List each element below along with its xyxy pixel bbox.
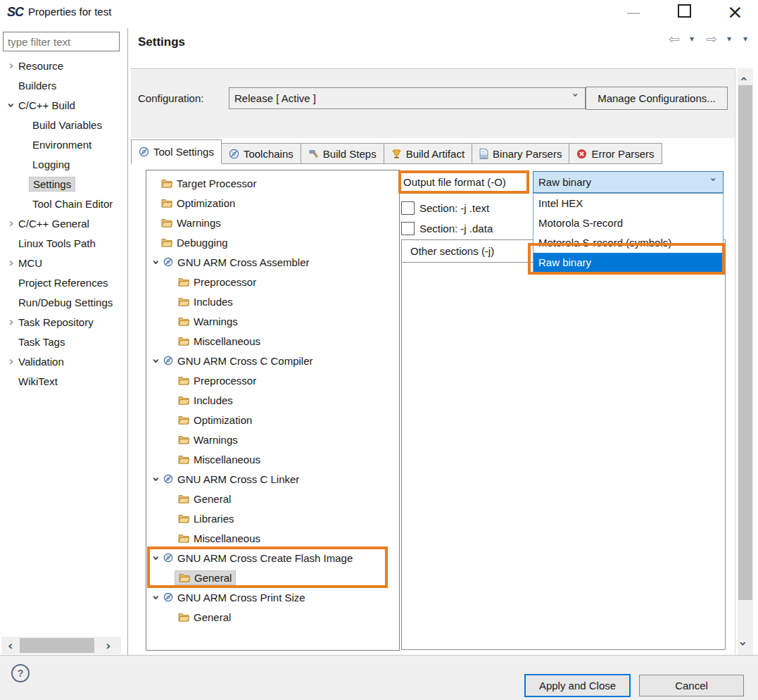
chevron-down-icon[interactable]: › (4, 99, 18, 111)
sidebar-item-logging[interactable]: Logging (0, 154, 127, 174)
configuration-select[interactable]: Release [ Active ] › (229, 87, 586, 109)
tree-item[interactable]: General (146, 489, 399, 508)
tree-item[interactable]: Target Processor (146, 173, 399, 193)
tree-item[interactable]: Miscellaneous (146, 449, 399, 469)
tree-item[interactable]: Libraries (146, 508, 399, 528)
tree-item[interactable]: Miscellaneous (146, 528, 399, 548)
sidebar-item-wikitext[interactable]: WikiText (0, 371, 127, 391)
dropdown-option-motorola-srecord[interactable]: Motorola S-record (533, 213, 723, 233)
sidebar-item-cpp-build[interactable]: › C/C++ Build (0, 95, 127, 115)
folder-icon (178, 396, 189, 405)
highlight-box-tree (147, 546, 388, 588)
forward-icon[interactable]: ⇨ (706, 31, 717, 46)
chevron-right-icon[interactable]: › (4, 257, 18, 269)
chevron-down-icon[interactable]: › (149, 592, 163, 604)
sidebar-item-tool-chain-editor[interactable]: Tool Chain Editor (0, 194, 127, 213)
close-button[interactable]: × (727, 1, 743, 23)
tree-item[interactable]: Includes (146, 292, 399, 311)
sidebar-item-cpp-general[interactable]: › C/C++ General (0, 213, 127, 233)
sidebar-item-mcu[interactable]: › MCU (0, 253, 127, 273)
sidebar-divider[interactable] (127, 28, 128, 655)
vertical-scrollbar[interactable]: › › (738, 68, 753, 655)
tab-build-steps[interactable]: Build Steps (301, 143, 384, 164)
trophy-icon (391, 149, 402, 159)
tree-item[interactable]: General (146, 607, 399, 627)
folder-icon (178, 277, 189, 287)
vscroll-thumb[interactable] (738, 85, 752, 600)
sidebar-item-build-variables[interactable]: Build Variables (0, 115, 127, 135)
tab-build-artifact[interactable]: Build Artifact (384, 143, 472, 164)
manage-configurations-button[interactable]: Manage Configurations... (586, 87, 728, 110)
sidebar-item-settings[interactable]: Settings (0, 174, 127, 194)
tree-item[interactable]: Warnings (146, 430, 399, 449)
tree-item[interactable]: Warnings (146, 213, 399, 232)
sidebar-item-task-repository[interactable]: › Task Repository (0, 312, 127, 332)
tree-item[interactable]: Debugging (146, 232, 399, 252)
sidebar-item-linux-tools-path[interactable]: Linux Tools Path (0, 233, 127, 253)
tree-item[interactable]: Miscellaneous (146, 331, 399, 351)
filter-input[interactable] (3, 32, 120, 51)
tree-item[interactable]: Optimization (146, 193, 399, 213)
title-bar: SC Properties for test × (0, 0, 758, 28)
sidebar-item-validation[interactable]: › Validation (0, 351, 127, 371)
folder-icon (178, 317, 189, 326)
section-text-checkbox-row[interactable]: Section: -j .text (401, 198, 489, 218)
tab-bar: Tool Settings Toolchains Build Steps Bui… (131, 140, 662, 164)
scroll-right-icon[interactable]: › (106, 639, 110, 652)
tree-item-print-size[interactable]: › GNU ARM Cross Print Size (146, 587, 399, 607)
tool-icon (163, 356, 173, 365)
maximize-button[interactable] (678, 4, 691, 18)
sidebar-item-task-tags[interactable]: Task Tags (0, 332, 127, 351)
back-icon[interactable]: ⇦ (669, 31, 680, 46)
checkbox-unchecked-icon[interactable] (401, 201, 415, 215)
chevron-right-icon[interactable]: › (4, 218, 18, 230)
tree-item[interactable]: Warnings (146, 311, 399, 331)
forward-menu-icon[interactable]: ▾ (727, 34, 731, 44)
other-sections-table[interactable]: Other sections (-j) (401, 239, 726, 650)
chevron-right-icon[interactable]: › (4, 316, 18, 328)
tree-item[interactable]: Preprocessor (146, 370, 399, 390)
tree-item-c-compiler[interactable]: › GNU ARM Cross C Compiler (146, 351, 399, 370)
folder-icon (178, 435, 189, 444)
tab-error-parsers[interactable]: Error Parsers (569, 143, 662, 164)
tree-item-c-linker[interactable]: › GNU ARM Cross C Linker (146, 469, 399, 489)
chevron-down-icon[interactable]: › (149, 473, 163, 485)
checkbox-unchecked-icon[interactable] (401, 222, 415, 235)
sidebar-item-project-references[interactable]: Project References (0, 273, 127, 292)
sidebar-item-resource[interactable]: › Resource (0, 56, 127, 75)
scroll-up-icon[interactable]: › (737, 76, 750, 81)
tree-item[interactable]: Preprocessor (146, 272, 399, 292)
hscroll-thumb[interactable] (20, 638, 94, 653)
view-menu-icon[interactable]: ▾ (743, 34, 747, 44)
scroll-down-icon[interactable]: › (737, 641, 750, 646)
apply-and-close-button[interactable]: Apply and Close (524, 674, 631, 697)
minimize-button[interactable] (627, 13, 640, 14)
sidebar-item-environment[interactable]: Environment (0, 135, 127, 154)
folder-icon (178, 455, 189, 464)
scroll-left-icon[interactable]: ‹ (8, 639, 13, 652)
tree-item[interactable]: Includes (146, 390, 399, 410)
chevron-right-icon[interactable]: › (4, 356, 18, 368)
configuration-label: Configuration: (138, 92, 203, 104)
output-format-select[interactable]: Raw binary › (533, 171, 724, 193)
help-icon[interactable]: ? (11, 664, 30, 682)
tab-toolchains[interactable]: Toolchains (221, 143, 301, 164)
back-menu-icon[interactable]: ▾ (690, 34, 694, 44)
folder-icon (161, 218, 172, 227)
tree-item[interactable]: Optimization (146, 410, 399, 430)
folder-icon (178, 337, 189, 346)
folder-icon (178, 297, 189, 306)
chevron-down-icon[interactable]: › (149, 355, 163, 367)
tree-item-assembler[interactable]: › GNU ARM Cross Assembler (146, 252, 399, 272)
chevron-right-icon[interactable]: › (4, 60, 18, 72)
dropdown-option-intel-hex[interactable]: Intel HEX (533, 194, 723, 213)
tab-binary-parsers[interactable]: 101 Binary Parsers (472, 143, 569, 164)
sidebar-hscrollbar[interactable]: ‹ › (1, 637, 121, 654)
tab-tool-settings[interactable]: Tool Settings (131, 139, 222, 164)
sidebar-item-builders[interactable]: Builders (0, 75, 127, 95)
sidebar-item-run-debug-settings[interactable]: Run/Debug Settings (0, 292, 127, 312)
section-data-checkbox-row[interactable]: Section: -j .data (401, 218, 493, 238)
cancel-button[interactable]: Cancel (639, 675, 744, 696)
folder-icon (161, 238, 172, 247)
chevron-down-icon[interactable]: › (149, 256, 163, 268)
